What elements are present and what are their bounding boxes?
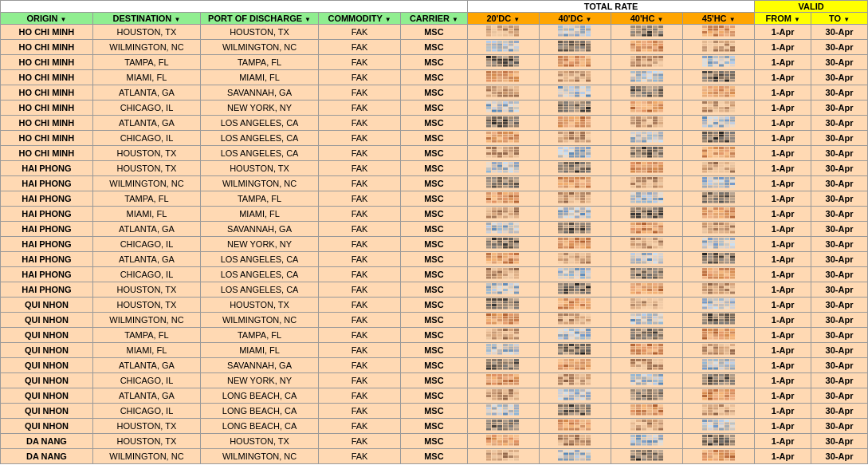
svg-rect-882 [509,168,513,170]
carrier-header[interactable]: CARRIER ▼ [401,13,468,25]
svg-rect-451 [653,95,658,97]
svg-rect-2259 [630,383,635,385]
svg-rect-300 [503,71,508,73]
rate20dc-cell [467,40,539,55]
svg-rect-733 [647,135,652,137]
svg-rect-2517 [514,423,519,425]
commodity-cell: FAK [319,373,401,388]
svg-rect-2694 [492,455,497,458]
svg-rect-1576 [580,268,585,270]
pod-header[interactable]: PORT OF DISCHARGE ▼ [201,13,319,25]
svg-rect-623 [586,125,591,128]
rate40dc-header[interactable]: 40'DC ▼ [539,13,611,25]
svg-rect-1621 [719,271,724,274]
destination-header[interactable]: DESTINATION ▼ [92,13,200,25]
svg-rect-323 [569,80,574,82]
svg-rect-102 [492,46,497,49]
origin-header[interactable]: ORIGIN ▼ [1,13,93,25]
svg-rect-922 [642,168,646,170]
svg-rect-390 [492,92,497,94]
svg-rect-552 [702,101,707,104]
rate20dc-header[interactable]: 20'DC ▼ [467,13,539,25]
svg-rect-1514 [702,258,707,261]
svg-rect-1599 [647,277,652,279]
svg-rect-2041 [558,347,563,349]
svg-rect-921 [642,165,646,168]
svg-rect-926 [647,168,652,170]
svg-rect-748 [708,132,713,134]
svg-rect-2760 [702,450,707,452]
svg-rect-188 [730,41,735,43]
svg-rect-388 [492,86,497,89]
svg-rect-346 [642,77,646,79]
svg-rect-1941 [514,332,519,334]
svg-rect-1832 [497,313,502,316]
svg-rect-1470 [564,258,568,261]
svg-rect-2216 [497,374,502,376]
svg-rect-2527 [564,428,568,431]
svg-rect-221 [564,59,568,61]
svg-rect-1428 [719,238,724,240]
table-row: HO CHI MINH ATLANTA, GA SAVANNAH, GA FAK… [1,85,868,100]
svg-rect-1743 [503,307,508,309]
svg-rect-58 [642,31,646,34]
svg-rect-1868 [586,313,591,316]
svg-rect-761 [725,135,729,137]
svg-rect-1744 [509,298,513,301]
svg-rect-1455 [503,262,508,264]
svg-rect-6 [492,31,497,34]
svg-rect-118 [514,46,519,49]
table-row: QUI NHON MIAMI, FL MIAMI, FL FAK MSC 1-A… [1,343,868,358]
from-header[interactable]: FROM ▼ [755,13,811,25]
rate40hc-cell [611,252,683,267]
svg-rect-939 [702,171,707,173]
pod-cell: MIAMI, FL [201,207,319,222]
commodity-cell: FAK [319,161,401,176]
svg-rect-482 [486,107,491,109]
svg-rect-1475 [569,262,574,264]
svg-rect-1848 [558,313,563,316]
rate40dc-cell [539,191,611,207]
svg-rect-407 [514,95,519,97]
to-header[interactable]: TO ▼ [811,13,868,25]
svg-rect-514 [569,107,574,109]
svg-rect-2733 [586,453,591,455]
svg-rect-540 [647,101,652,104]
svg-rect-2483 [713,413,718,416]
svg-rect-1954 [569,334,574,337]
commodity-header[interactable]: COMMODITY ▼ [319,13,401,25]
svg-rect-1838 [503,319,508,321]
svg-rect-185 [725,44,729,46]
svg-rect-398 [503,92,508,94]
svg-rect-1012 [636,177,641,179]
svg-rect-560 [713,101,718,104]
svg-rect-1871 [586,322,591,325]
svg-rect-2157 [586,362,591,365]
svg-rect-244 [636,56,641,58]
svg-rect-1805 [708,302,713,304]
svg-rect-2389 [719,392,724,395]
svg-rect-871 [492,171,497,173]
svg-rect-982 [514,183,519,185]
svg-rect-159 [647,49,652,52]
svg-rect-1813 [719,302,724,304]
svg-rect-1158 [492,213,497,215]
svg-rect-2573 [708,423,713,425]
svg-rect-736 [653,132,658,134]
svg-rect-1666 [569,289,574,291]
svg-rect-302 [503,77,508,79]
svg-rect-1170 [509,213,513,215]
rate45hc-header[interactable]: 45'HC ▼ [683,13,755,25]
svg-rect-1361 [509,241,513,243]
svg-rect-396 [503,86,508,89]
svg-rect-435 [630,95,635,97]
svg-rect-2639 [586,443,591,446]
svg-rect-2701 [503,453,508,455]
svg-rect-63 [647,34,652,37]
svg-rect-2328 [558,389,563,392]
svg-rect-194 [486,61,491,64]
rate40hc-header[interactable]: 40'HC ▼ [611,13,683,25]
svg-rect-1815 [719,307,724,309]
svg-rect-754 [713,137,718,140]
svg-rect-298 [497,77,502,79]
